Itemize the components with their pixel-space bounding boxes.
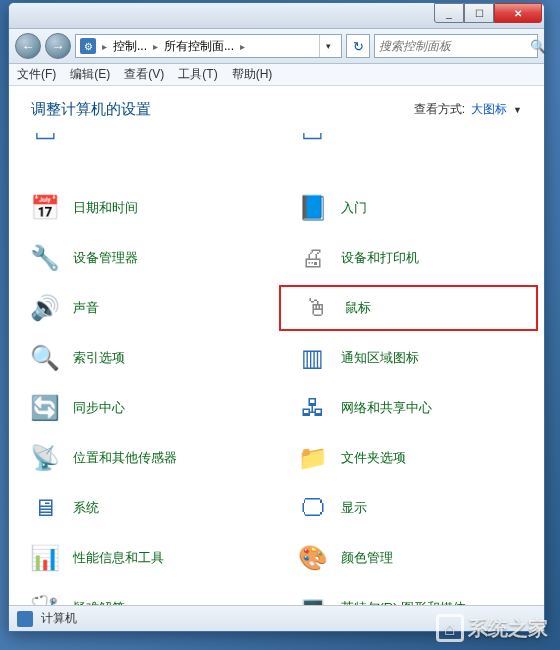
search-icon: 🔍 [530,39,546,54]
item-label: 同步中心 [73,399,125,417]
menu-edit[interactable]: 编辑(E) [70,66,110,83]
view-mode-selector[interactable]: 查看方式: 大图标 ▼ [414,101,522,118]
item-system[interactable]: 🖥系统 [9,483,277,533]
address-dropdown[interactable]: ▾ [319,35,337,57]
refresh-button[interactable]: ↻ [346,34,370,58]
minimize-button[interactable]: _ [434,3,464,23]
list-item[interactable]: ▭ [277,133,545,151]
forward-button[interactable]: → [45,33,71,59]
item-troubleshoot[interactable]: 🩺疑难解答 [9,583,277,605]
item-label: 日期和时间 [73,199,138,217]
intelgfx-icon: 💻 [297,592,329,605]
address-bar[interactable]: ⚙ ▸ 控制... ▸ 所有控制面... ▸ ▾ [75,34,342,58]
item-label: 鼠标 [345,299,371,317]
item-label: 设备管理器 [73,249,138,267]
control-panel-window: _ ☐ ✕ ← → ⚙ ▸ 控制... ▸ 所有控制面... ▸ ▾ ↻ 🔍 文… [8,2,545,632]
chevron-down-icon[interactable]: ▼ [513,105,522,115]
notifyarea-icon: ▥ [297,342,329,374]
sound-icon: 🔊 [29,292,61,324]
back-button[interactable]: ← [15,33,41,59]
breadcrumb-sep-icon: ▸ [240,41,245,52]
page-title: 调整计算机的设置 [31,100,151,119]
search-box[interactable]: 🔍 [374,34,538,58]
item-perfinfo[interactable]: 📊性能信息和工具 [9,533,277,583]
item-sync[interactable]: 🔄同步中心 [9,383,277,433]
folderopts-icon: 📁 [297,442,329,474]
generic-icon: ▭ [297,133,329,147]
indexing-icon: 🔍 [29,342,61,374]
colormgmt-icon: 🎨 [297,542,329,574]
breadcrumb-2[interactable]: 所有控制面... [164,38,234,55]
breadcrumb-sep-icon: ▸ [153,41,158,52]
item-notifyarea[interactable]: ▥通知区域图标 [277,333,545,383]
content-header: 调整计算机的设置 查看方式: 大图标 ▼ [9,86,544,129]
item-label: 颜色管理 [341,549,393,567]
statusbar-label: 计算机 [41,610,77,627]
item-mouse[interactable]: 🖱鼠标 [279,285,539,331]
titlebar: _ ☐ ✕ [9,3,544,29]
maximize-button[interactable]: ☐ [464,3,494,23]
item-label: 性能信息和工具 [73,549,164,567]
netshare-icon: 🖧 [297,392,329,424]
location-icon: 📡 [29,442,61,474]
menu-file[interactable]: 文件(F) [17,66,56,83]
item-label: 系统 [73,499,99,517]
item-label: 显示 [341,499,367,517]
item-display[interactable]: 🖵显示 [277,483,545,533]
gettingstarted-icon: 📘 [297,192,329,224]
view-mode-label: 查看方式: [414,101,465,118]
watermark: ⌂ 系统之家 [436,614,548,642]
content-area: 调整计算机的设置 查看方式: 大图标 ▼ ▭ ▭ 📅日期和时间📘入门🔧设备管理器… [9,86,544,605]
mouse-icon: 🖱 [301,292,333,324]
troubleshoot-icon: 🩺 [29,592,61,605]
display-icon: 🖵 [297,492,329,524]
item-devprinters[interactable]: 🖨设备和打印机 [277,233,545,283]
item-label: 文件夹选项 [341,449,406,467]
item-colormgmt[interactable]: 🎨颜色管理 [277,533,545,583]
item-devicemgr[interactable]: 🔧设备管理器 [9,233,277,283]
item-label: 通知区域图标 [341,349,419,367]
item-indexing[interactable]: 🔍索引选项 [9,333,277,383]
item-intelgfx[interactable]: 💻英特尔(R) 图形和媒体 [277,583,545,605]
item-label: 设备和打印机 [341,249,419,267]
datetime-icon: 📅 [29,192,61,224]
item-label: 声音 [73,299,99,317]
list-item[interactable]: ▭ [9,133,277,151]
item-label: 入门 [341,199,367,217]
view-mode-value[interactable]: 大图标 [471,101,507,118]
item-netshare[interactable]: 🖧网络和共享中心 [277,383,545,433]
item-folderopts[interactable]: 📁文件夹选项 [277,433,545,483]
menu-tools[interactable]: 工具(T) [178,66,217,83]
item-label: 位置和其他传感器 [73,449,177,467]
item-datetime[interactable]: 📅日期和时间 [9,183,277,233]
generic-icon: ▭ [29,133,61,147]
breadcrumb-sep-icon: ▸ [102,41,107,52]
breadcrumb-1[interactable]: 控制... [113,38,147,55]
item-label: 网络和共享中心 [341,399,432,417]
menu-view[interactable]: 查看(V) [124,66,164,83]
menubar: 文件(F) 编辑(E) 查看(V) 工具(T) 帮助(H) [9,64,544,86]
sync-icon: 🔄 [29,392,61,424]
close-button[interactable]: ✕ [494,3,542,23]
computer-icon [17,611,33,627]
item-label: 索引选项 [73,349,125,367]
item-sound[interactable]: 🔊声音 [9,283,277,333]
control-panel-icon: ⚙ [80,38,96,54]
system-icon: 🖥 [29,492,61,524]
devprinters-icon: 🖨 [297,242,329,274]
search-input[interactable] [379,39,530,53]
watermark-logo-icon: ⌂ [436,614,464,642]
devicemgr-icon: 🔧 [29,242,61,274]
item-location[interactable]: 📡位置和其他传感器 [9,433,277,483]
navbar: ← → ⚙ ▸ 控制... ▸ 所有控制面... ▸ ▾ ↻ 🔍 [9,29,544,64]
watermark-text: 系统之家 [468,615,548,642]
window-controls: _ ☐ ✕ [434,3,542,23]
menu-help[interactable]: 帮助(H) [232,66,273,83]
items-grid: ▭ ▭ 📅日期和时间📘入门🔧设备管理器🖨设备和打印机🔊声音🖱鼠标🔍索引选项▥通知… [9,129,544,605]
perfinfo-icon: 📊 [29,542,61,574]
item-gettingstarted[interactable]: 📘入门 [277,183,545,233]
